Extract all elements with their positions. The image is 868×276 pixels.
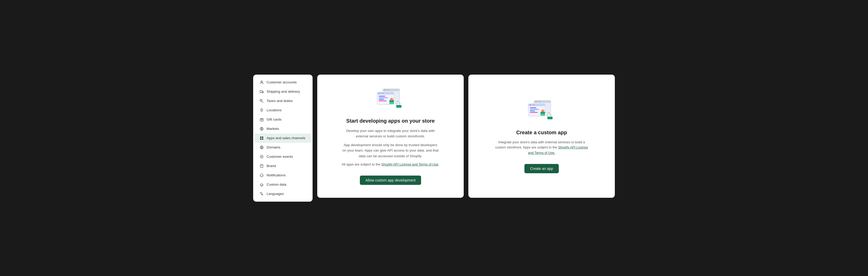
svg-point-36 (390, 98, 393, 101)
create-an-app-button[interactable]: Create an app (524, 164, 559, 173)
svg-point-38 (392, 98, 393, 99)
sidebar-item-taxes-duties[interactable]: Taxes and duties (255, 96, 311, 106)
svg-point-19 (386, 89, 387, 90)
svg-point-18 (384, 89, 385, 90)
svg-text:✓: ✓ (398, 105, 400, 107)
main-content: ✓ Start developing apps on your store De… (317, 75, 615, 198)
svg-point-37 (390, 98, 392, 99)
svg-point-27 (379, 93, 380, 94)
svg-point-6 (261, 109, 262, 110)
svg-point-59 (532, 104, 533, 105)
svg-rect-12 (262, 138, 263, 140)
person-icon (259, 80, 264, 85)
sidebar-item-shipping-delivery[interactable]: Shipping and delivery (255, 87, 311, 96)
tag-icon (259, 99, 264, 103)
develop-apps-title: Start developing apps on your store (346, 118, 435, 124)
svg-rect-64 (530, 112, 537, 113)
svg-rect-9 (260, 137, 261, 138)
svg-rect-31 (379, 97, 388, 98)
sidebar-item-label: Gift cards (267, 117, 282, 122)
svg-point-28 (380, 93, 381, 94)
sidebar-item-label: Taxes and duties (267, 99, 293, 103)
svg-rect-32 (379, 99, 384, 100)
page-layout: Customer accounts Shipping and delivery (253, 75, 615, 202)
sidebar-item-label: Customer accounts (267, 80, 297, 84)
sidebar-item-brand[interactable]: Brand (255, 161, 311, 171)
svg-point-3 (262, 93, 263, 93)
sidebar-item-label: Custom data (267, 182, 286, 186)
develop-apps-para2: App development should only be done by t… (342, 142, 440, 159)
allow-custom-app-button[interactable]: Allow custom app development (360, 176, 421, 185)
svg-rect-72 (549, 113, 549, 114)
svg-point-58 (530, 104, 531, 105)
sidebar-item-label: Notifications (267, 173, 286, 177)
truck-icon (259, 89, 264, 94)
svg-point-49 (535, 101, 536, 102)
sidebar-item-label: Customer events (267, 154, 293, 159)
develop-apps-para1: Develop your own apps to integrate your … (342, 128, 440, 139)
bookmark-icon (259, 164, 264, 168)
svg-rect-10 (262, 137, 263, 138)
grid-icon (259, 136, 264, 140)
create-custom-app-para: Integrate your store's data with externa… (493, 140, 591, 156)
globe2-icon (259, 145, 264, 150)
sidebar-item-customer-events[interactable]: Customer events (255, 152, 311, 161)
layers-icon (259, 182, 264, 187)
svg-text:✓: ✓ (549, 117, 551, 119)
sidebar-item-gift-cards[interactable]: Gift cards (255, 115, 311, 124)
sidebar-item-label: Markets (267, 127, 279, 131)
sidebar-item-notifications[interactable]: Notifications (255, 171, 311, 180)
svg-point-2 (260, 93, 261, 93)
svg-rect-1 (260, 91, 262, 93)
svg-rect-43 (396, 103, 396, 104)
svg-rect-11 (260, 138, 261, 140)
sidebar-item-domains[interactable]: Domains (255, 143, 311, 152)
sidebar: Customer accounts Shipping and delivery (253, 75, 313, 202)
svg-point-0 (261, 81, 262, 82)
bell-icon (259, 173, 264, 178)
sidebar-item-locations[interactable]: Locations (255, 106, 311, 115)
pin-icon (259, 108, 264, 112)
svg-point-20 (388, 89, 389, 90)
develop-apps-card: ✓ Start developing apps on your store De… (317, 75, 464, 198)
sidebar-item-label: Shipping and delivery (267, 90, 300, 94)
svg-point-67 (541, 109, 544, 112)
sidebar-item-languages[interactable]: Languages (255, 189, 311, 199)
develop-apps-illustration: ✓ (375, 88, 406, 111)
create-app-illustration: ✓ (526, 99, 557, 123)
svg-rect-61 (530, 107, 536, 108)
svg-point-60 (533, 104, 534, 105)
api-license-link-left[interactable]: Shopify API License and Terms of Use (381, 162, 438, 166)
sidebar-item-custom-data[interactable]: Custom data (255, 180, 311, 189)
gift-icon (259, 117, 264, 122)
svg-rect-74 (547, 115, 548, 115)
svg-point-69 (543, 110, 544, 111)
svg-point-29 (382, 93, 383, 94)
svg-point-68 (541, 110, 542, 111)
svg-point-40 (397, 103, 399, 105)
create-custom-app-title: Create a custom app (516, 130, 567, 136)
svg-point-50 (537, 101, 538, 102)
sidebar-item-apps-sales-channels[interactable]: Apps and sales channels (255, 134, 311, 143)
sidebar-item-customer-accounts[interactable]: Customer accounts (255, 78, 311, 87)
sidebar-item-markets[interactable]: Markets (255, 124, 311, 134)
svg-rect-44 (399, 103, 400, 104)
svg-rect-62 (530, 109, 539, 110)
sidebar-item-label: Brand (267, 164, 276, 168)
svg-point-71 (548, 114, 550, 116)
sidebar-item-label: Languages (267, 192, 284, 196)
svg-rect-30 (379, 96, 385, 97)
svg-rect-41 (397, 101, 398, 102)
develop-apps-para3: All apps are subject to the Shopify API … (342, 162, 439, 167)
sidebar-item-label: Locations (267, 108, 282, 112)
svg-rect-75 (551, 115, 551, 115)
svg-point-51 (539, 101, 540, 102)
sidebar-item-label: Domains (267, 145, 280, 149)
translate-icon (259, 192, 264, 196)
sidebar-item-label: Apps and sales channels (267, 136, 305, 140)
svg-rect-63 (530, 110, 535, 111)
svg-point-5 (261, 100, 261, 100)
globe-icon (259, 127, 264, 131)
create-custom-app-card: ✓ Create a custom app Integrate your sto… (468, 75, 615, 198)
svg-rect-33 (379, 100, 386, 101)
